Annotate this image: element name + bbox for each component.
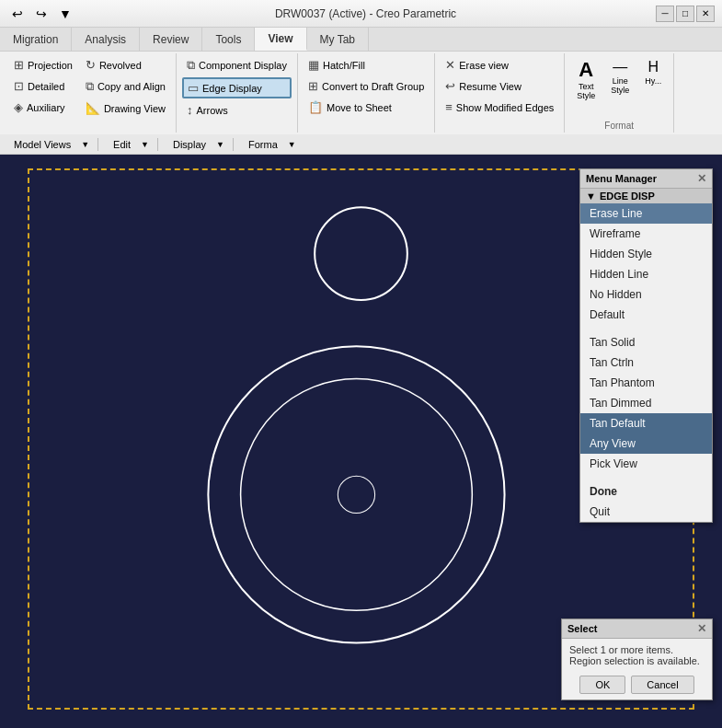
arrows-button[interactable]: ↕ Arrows: [182, 100, 292, 120]
display-cmd[interactable]: Display: [166, 137, 212, 152]
revolved-button[interactable]: ↻ Revolved: [81, 55, 170, 75]
section-arrow: ▼: [586, 191, 596, 202]
copy-align-button[interactable]: ⧉ Copy and Align: [81, 76, 170, 97]
sep2: [157, 138, 158, 151]
view-right-col: ↻ Revolved ⧉ Copy and Align 📐 Drawing Vi…: [81, 55, 170, 118]
menu-item-tan-phantom[interactable]: Tan Phantom: [580, 373, 712, 393]
hatch-col: ▦ Hatch/Fill ⊞ Convert to Draft Group 📋 …: [304, 55, 429, 117]
tab-review[interactable]: Review: [140, 28, 202, 51]
menu-item-hidden-line[interactable]: Hidden Line: [580, 264, 712, 284]
select-dialog-close[interactable]: ✕: [697, 622, 706, 635]
hy-button[interactable]: H Hy...: [638, 55, 668, 90]
erase-view-icon: ✕: [445, 58, 455, 72]
erase-items: ✕ Erase view ↩ Resume View ≡ Show Modifi…: [441, 55, 558, 131]
tab-migration[interactable]: Migration: [0, 28, 72, 51]
auxiliary-label: Auxiliary: [27, 102, 65, 113]
menu-item-erase-line[interactable]: Erase Line: [580, 203, 712, 224]
arrows-icon: ↕: [187, 103, 193, 117]
drawing-view-label: Drawing View: [104, 103, 166, 114]
ribbon-content: ⊞ Projection ⊡ Detailed ◈ Auxiliary ↻ Re…: [0, 52, 722, 134]
edge-display-label: Edge Display: [202, 83, 262, 94]
resume-view-icon: ↩: [445, 79, 455, 93]
menu-item-tan-ctrln[interactable]: Tan Ctrln: [580, 352, 712, 373]
menu-item-done[interactable]: Done: [580, 481, 712, 502]
redo-button[interactable]: ↪: [31, 4, 52, 24]
projection-button[interactable]: ⊞ Projection: [9, 55, 77, 75]
component-display-button[interactable]: ⧉ Component Display: [182, 55, 292, 75]
window-title: DRW0037 (Active) - Creo Parametric: [75, 7, 656, 20]
detailed-button[interactable]: ⊡ Detailed: [9, 76, 77, 96]
sep3: [233, 138, 234, 151]
tab-mytab[interactable]: My Tab: [307, 28, 369, 51]
select-message-2: Region selection is available.: [569, 655, 705, 666]
minimize-button[interactable]: ─: [656, 6, 674, 22]
menu-manager-header: Menu Manager ✕: [580, 169, 712, 189]
ribbon-tabs: Migration Analysis Review Tools View My …: [0, 28, 722, 52]
select-ok-button[interactable]: OK: [579, 676, 625, 694]
show-modified-edges-button[interactable]: ≡ Show Modified Edges: [441, 98, 558, 117]
canvas-area: Menu Manager ✕ ▼ EDGE DISP Erase Line Wi…: [0, 155, 722, 728]
format-items: A TextStyle — LineStyle H Hy...: [570, 55, 668, 119]
menu-item-wireframe[interactable]: Wireframe: [580, 224, 712, 244]
arrows-label: Arrows: [196, 105, 227, 116]
model-views-dropdown[interactable]: ▼: [81, 140, 89, 149]
select-dialog-header: Select ✕: [562, 619, 712, 639]
edit-dropdown[interactable]: ▼: [141, 140, 149, 149]
hatch-fill-button[interactable]: ▦ Hatch/Fill: [304, 55, 429, 75]
menu-item-hidden-style[interactable]: Hidden Style: [580, 244, 712, 264]
tab-tools[interactable]: Tools: [202, 28, 255, 51]
tab-analysis[interactable]: Analysis: [72, 28, 140, 51]
move-sheet-button[interactable]: 📋 Move to Sheet: [304, 98, 429, 117]
display-dropdown[interactable]: ▼: [216, 140, 224, 149]
hatch-items: ▦ Hatch/Fill ⊞ Convert to Draft Group 📋 …: [304, 55, 429, 131]
menu-manager: Menu Manager ✕ ▼ EDGE DISP Erase Line Wi…: [579, 168, 713, 523]
menu-item-tan-dimmed[interactable]: Tan Dimmed: [580, 393, 712, 413]
maximize-button[interactable]: □: [676, 6, 694, 22]
svg-point-1: [208, 346, 504, 642]
menu-manager-close[interactable]: ✕: [697, 172, 706, 185]
format-ribbon-group: A TextStyle — LineStyle H Hy... Format: [565, 53, 674, 133]
menu-divider-2: [580, 474, 712, 481]
hatch-ribbon-group: ▦ Hatch/Fill ⊞ Convert to Draft Group 📋 …: [298, 53, 435, 133]
close-button[interactable]: ✕: [696, 6, 715, 22]
quick-access-dropdown[interactable]: ▼: [55, 4, 75, 24]
edge-display-button[interactable]: ▭ Edge Display: [182, 77, 292, 98]
select-cancel-button[interactable]: Cancel: [631, 676, 693, 694]
format-group-label: Format: [570, 121, 668, 131]
model-views-cmd[interactable]: Model Views: [7, 137, 77, 152]
erase-col: ✕ Erase view ↩ Resume View ≡ Show Modifi…: [441, 55, 558, 117]
display-cmd-group: Display ▼: [166, 137, 224, 152]
drawing-view-button[interactable]: 📐 Drawing View: [81, 98, 170, 118]
line-style-icon: —: [613, 60, 627, 75]
convert-draft-label: Convert to Draft Group: [322, 81, 424, 92]
resume-view-button[interactable]: ↩ Resume View: [441, 76, 558, 96]
edit-cmd[interactable]: Edit: [107, 137, 137, 152]
show-modified-icon: ≡: [445, 100, 453, 114]
menu-item-default[interactable]: Default: [580, 305, 712, 325]
svg-point-3: [338, 476, 374, 513]
text-style-button[interactable]: A TextStyle: [570, 55, 602, 105]
erase-view-button[interactable]: ✕ Erase view: [441, 55, 558, 75]
menu-item-pick-view[interactable]: Pick View: [580, 454, 712, 474]
auxiliary-button[interactable]: ◈ Auxiliary: [9, 98, 77, 117]
edit-group: Edit ▼: [107, 137, 149, 152]
menu-item-any-view[interactable]: Any View: [580, 433, 712, 454]
menu-item-quit[interactable]: Quit: [580, 502, 712, 522]
menu-item-no-hidden[interactable]: No Hidden: [580, 284, 712, 305]
undo-button[interactable]: ↩: [7, 4, 28, 24]
text-style-label: TextStyle: [577, 82, 595, 100]
revolved-icon: ↻: [86, 58, 96, 72]
format-dropdown[interactable]: ▼: [288, 140, 296, 149]
select-dialog-title: Select: [567, 623, 597, 634]
component-display-label: Component Display: [199, 60, 287, 71]
convert-draft-button[interactable]: ⊞ Convert to Draft Group: [304, 76, 429, 96]
menu-item-tan-solid[interactable]: Tan Solid: [580, 332, 712, 352]
section-title: EDGE DISP: [600, 191, 655, 202]
display-ribbon-group: ⧉ Component Display ▭ Edge Display ↕ Arr…: [177, 53, 298, 133]
move-sheet-icon: 📋: [308, 100, 323, 114]
menu-item-tan-default[interactable]: Tan Default: [580, 413, 712, 433]
format-cmd[interactable]: Forma: [242, 137, 284, 152]
component-display-icon: ⧉: [187, 58, 195, 73]
tab-view[interactable]: View: [255, 28, 306, 51]
line-style-button[interactable]: — LineStyle: [604, 55, 636, 99]
